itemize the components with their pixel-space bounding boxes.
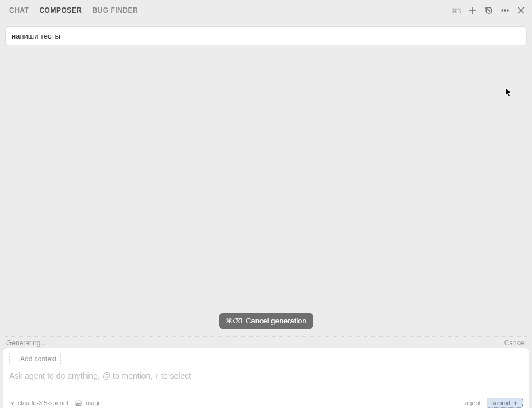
user-message-text: напиши тесты <box>12 32 60 40</box>
add-context-button[interactable]: + Add context <box>9 353 61 365</box>
submit-button[interactable]: submit <box>487 398 523 408</box>
svg-point-0 <box>502 10 503 11</box>
tab-composer[interactable]: COMPOSER <box>39 3 82 18</box>
history-icon <box>484 6 493 15</box>
svg-point-2 <box>507 10 508 11</box>
status-cancel-button[interactable]: Cancel <box>504 339 526 347</box>
agent-mode-selector[interactable]: agent <box>465 399 481 406</box>
model-selector[interactable]: claude-3.5-sonnet <box>9 399 68 406</box>
svg-point-1 <box>504 10 506 11</box>
image-label: Image <box>84 399 102 406</box>
generating-indicator: . . <box>0 45 532 56</box>
add-context-row: + Add context <box>3 348 529 368</box>
close-icon <box>516 6 526 15</box>
cancel-shortcut: ⌘⌫ <box>225 317 242 325</box>
image-button[interactable]: Image <box>75 399 102 406</box>
submit-label: submit <box>492 399 510 406</box>
tab-chat[interactable]: CHAT <box>9 3 29 18</box>
close-button[interactable] <box>516 5 526 16</box>
chevron-down-icon <box>9 400 16 406</box>
tab-bugfinder[interactable]: BUG FINDER <box>92 3 138 18</box>
footer-left: claude-3.5-sonnet Image <box>9 399 102 406</box>
input-card: + Add context Ask agent to do anything, … <box>3 348 529 408</box>
new-shortcut-hint: ⌘N <box>451 7 462 14</box>
cancel-generation-label: Cancel generation <box>246 317 307 325</box>
agent-label: agent <box>465 399 481 406</box>
plus-icon <box>468 6 477 15</box>
cancel-generation-button[interactable]: ⌘⌫ Cancel generation <box>219 313 313 329</box>
more-button[interactable] <box>500 5 510 16</box>
dots-icon <box>500 6 510 15</box>
submit-arrow-icon <box>512 401 518 406</box>
plus-icon: + <box>14 356 18 363</box>
mouse-cursor <box>505 87 513 98</box>
topbar: CHAT COMPOSER BUG FINDER ⌘N <box>0 0 532 21</box>
history-button[interactable] <box>484 5 494 16</box>
input-field[interactable]: Ask agent to do anything, @ to mention, … <box>3 368 529 394</box>
add-context-label: Add context <box>20 355 56 363</box>
input-footer: claude-3.5-sonnet Image agent submit <box>3 394 529 408</box>
status-generating: Generating.. <box>6 339 44 347</box>
new-button[interactable] <box>468 5 478 16</box>
user-message: напиши тесты <box>5 26 527 45</box>
model-label: claude-3.5-sonnet <box>18 399 68 406</box>
image-icon <box>75 400 82 406</box>
tabs-container: CHAT COMPOSER BUG FINDER <box>6 3 451 18</box>
topbar-right: ⌘N <box>451 5 526 16</box>
